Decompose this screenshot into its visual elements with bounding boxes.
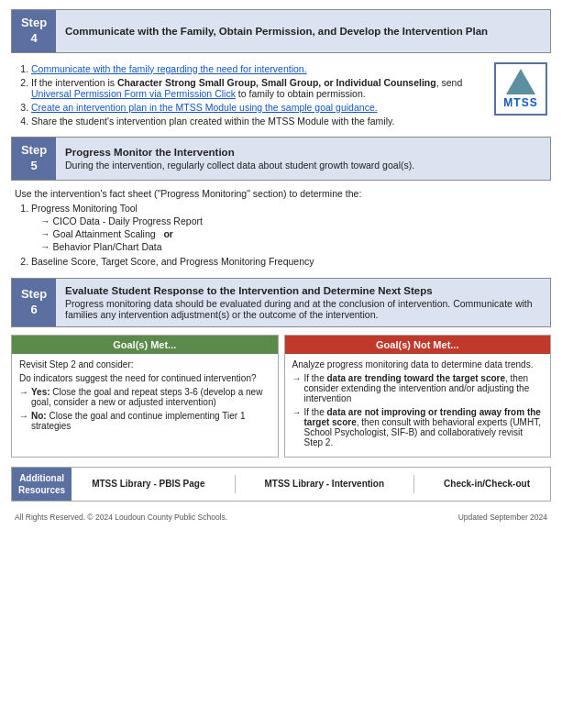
step4-permission-link[interactable]: Universal Permission Form via Permission… (31, 88, 236, 99)
step5-title: Progress Monitor the Intervention (65, 147, 541, 158)
no-arrow-icon: → (19, 411, 28, 421)
goals-notmet-intro: Analyze progress monitoring data to dete… (292, 359, 544, 370)
page-container: Step 4 Communicate with the Family, Obta… (0, 0, 562, 728)
goals-met-yes: → Yes: Close the goal and repeat steps 3… (19, 387, 270, 407)
arrow-icon-3: → (40, 241, 50, 252)
step4-list: Communicate with the family regarding th… (15, 61, 487, 129)
resource-link-intervention[interactable]: MTSS Library - Intervention (265, 479, 385, 489)
footer-updated: Updated September 2024 (458, 513, 547, 522)
step4-item1-text: Communicate with the family regarding th… (31, 63, 307, 74)
goals-met-body: Revisit Step 2 and consider: Do indicato… (12, 354, 278, 440)
goals-met-header-text: Goal(s) Met... (113, 339, 176, 350)
goals-met-no-text: No: Close the goal and continue implemen… (31, 411, 270, 431)
resources-label: AdditionalResources (12, 468, 72, 501)
step5-sub-list: → CICO Data - Daily Progress Report → Go… (31, 215, 547, 252)
step5-label: Step 5 (12, 138, 56, 180)
goals-met-col: Goal(s) Met... Revisit Step 2 and consid… (11, 335, 279, 458)
resources-bar: AdditionalResources MTSS Library - PBIS … (11, 467, 551, 502)
step4-item1: Communicate with the family regarding th… (31, 63, 487, 74)
step6-subtitle: Progress monitoring data should be evalu… (65, 298, 541, 320)
goals-met-header: Goal(s) Met... (12, 336, 278, 354)
step6-title: Evaluate Student Response to the Interve… (65, 285, 541, 296)
step4-ol: Communicate with the family regarding th… (15, 63, 487, 127)
or-label: or (159, 228, 173, 239)
goals-met-no: → No: Close the goal and continue implem… (19, 411, 270, 431)
mtss-label: MTSS (503, 96, 537, 109)
step5-ol: Progress Monitoring Tool → CICO Data - D… (15, 203, 547, 267)
step5-block: Step 5 Progress Monitor the Intervention… (11, 137, 551, 181)
step4-item3: Create an intervention plan in the MTSS … (31, 102, 487, 113)
goals-notmet-item2-text: If the data are not improving or trendin… (304, 407, 544, 447)
goals-notmet-col: Goal(s) Not Met... Analyze progress moni… (284, 335, 552, 458)
step5-item2-label: Baseline Score, Target Score, and Progre… (31, 256, 314, 267)
goals-row: Goal(s) Met... Revisit Step 2 and consid… (11, 335, 551, 458)
step6-title-area: Evaluate Student Response to the Interve… (56, 279, 550, 326)
mtss-logo-inner: MTSS (503, 69, 537, 109)
arrow-icon-1: → (40, 215, 50, 226)
goals-notmet-item1: → If the data are trending toward the ta… (292, 373, 544, 403)
resource-divider-1 (235, 475, 236, 493)
step5-sub3-text: Behavior Plan/Chart Data (53, 241, 162, 252)
step4-title-area: Communicate with the Family, Obtain Perm… (56, 10, 550, 52)
goals-notmet-item1-text: If the data are trending toward the targ… (304, 373, 544, 403)
footer-copyright: All Rights Reserved. © 2024 Loudoun Coun… (15, 513, 227, 522)
step5-sub2: → Goal Attainment Scaling or (40, 228, 547, 239)
step5-sub1: → CICO Data - Daily Progress Report (40, 215, 547, 226)
notmet-arrow2-icon: → (292, 407, 302, 417)
step6-block: Step 6 Evaluate Student Response to the … (11, 278, 551, 327)
step6-label: Step 6 (12, 279, 56, 326)
step4-item3-link[interactable]: Create an intervention plan in the MTSS … (31, 102, 378, 113)
step5-intro: Use the intervention's fact sheet ("Prog… (15, 188, 547, 199)
goals-met-intro: Revisit Step 2 and consider: (19, 359, 270, 370)
goals-met-question: Do indicators suggest the need for conti… (19, 373, 270, 383)
goals-notmet-header: Goal(s) Not Met... (285, 336, 551, 354)
goals-notmet-body: Analyze progress monitoring data to dete… (285, 354, 551, 457)
mtss-triangle-icon (506, 69, 535, 94)
step4-title: Communicate with the Family, Obtain Perm… (65, 26, 541, 37)
step5-sub1-text: CICO Data - Daily Progress Report (53, 215, 203, 226)
notmet-arrow1-icon: → (292, 373, 302, 383)
mtss-logo: MTSS (494, 62, 547, 116)
step4-body: Communicate with the family regarding th… (11, 59, 551, 131)
step4-block: Step 4 Communicate with the Family, Obta… (11, 9, 551, 53)
goals-met-yes-text: Yes: Close the goal and repeat steps 3-6… (31, 387, 270, 407)
resource-divider-2 (413, 475, 414, 493)
arrow-icon-2: → (40, 228, 50, 239)
step5-item1-label: Progress Monitoring Tool (31, 203, 138, 214)
resources-links: MTSS Library - PBIS Page MTSS Library - … (72, 468, 550, 501)
step5-item1: Progress Monitoring Tool → CICO Data - D… (31, 203, 547, 252)
step5-item2: Baseline Score, Target Score, and Progre… (31, 256, 547, 267)
resources-label-text: AdditionalResources (18, 472, 65, 496)
footer: All Rights Reserved. © 2024 Loudoun Coun… (11, 513, 551, 522)
step5-sub2-text: Goal Attainment Scaling (53, 228, 156, 239)
step4-item2-bold: Character Strong Small Group, Small Grou… (117, 77, 436, 88)
goals-notmet-item2: → If the data are not improving or trend… (292, 407, 544, 447)
step5-sub3: → Behavior Plan/Chart Data (40, 241, 547, 252)
step4-item2: If the intervention is Character Strong … (31, 77, 487, 99)
resource-link-pbis[interactable]: MTSS Library - PBIS Page (92, 479, 204, 489)
yes-arrow-icon: → (19, 387, 28, 397)
resource-link-checkin[interactable]: Check-in/Check-out (444, 479, 530, 489)
step4-item4: Share the student's intervention plan cr… (31, 116, 487, 127)
step5-title-area: Progress Monitor the Intervention During… (56, 138, 550, 180)
step5-subtitle: During the intervention, regularly colle… (65, 160, 541, 171)
step5-body: Use the intervention's fact sheet ("Prog… (15, 188, 547, 270)
step4-label: Step 4 (12, 10, 56, 52)
goals-notmet-header-text: Goal(s) Not Met... (376, 339, 458, 350)
